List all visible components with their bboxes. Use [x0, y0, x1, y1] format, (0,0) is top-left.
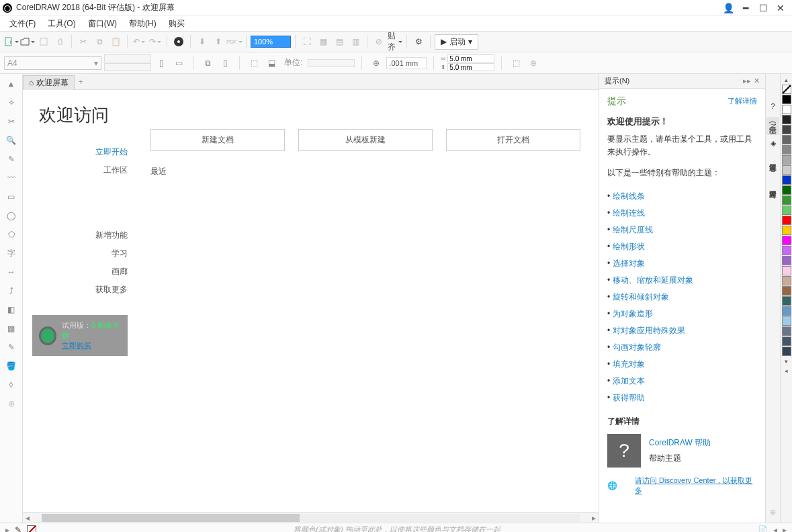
cut-button[interactable]: ✂ — [76, 34, 91, 49]
palette-down-button[interactable]: ▾ — [785, 357, 788, 366]
color-swatch[interactable] — [782, 125, 791, 134]
grid-button[interactable]: ▤ — [332, 34, 347, 49]
hint-topic-link[interactable]: 添加文本 — [607, 373, 757, 390]
color-swatch[interactable] — [782, 185, 791, 195]
shape-tool[interactable]: ✧ — [4, 95, 19, 110]
color-swatch[interactable] — [782, 326, 791, 336]
close-button[interactable]: ✕ — [772, 1, 789, 15]
color-swatch[interactable] — [782, 165, 791, 175]
color-swatch[interactable] — [782, 316, 791, 326]
transparency-tool[interactable]: ▩ — [4, 321, 19, 336]
guides-button[interactable]: ▥ — [348, 34, 363, 49]
open-document-button[interactable]: 打开文档 — [446, 129, 580, 151]
paste-button[interactable]: 📋 — [108, 34, 123, 49]
palette-prev-button[interactable]: ◂ — [773, 525, 777, 533]
zoom-level[interactable]: 100% — [251, 36, 291, 48]
hint-topic-link[interactable]: 绘制线条 — [607, 188, 757, 205]
freehand-tool[interactable]: ✎ — [4, 152, 19, 167]
add-tool-button[interactable]: ⊕ — [4, 396, 19, 411]
buy-now-link[interactable]: 立即购买 — [62, 341, 121, 351]
objprop-tab-icon[interactable]: ◈ — [768, 138, 779, 148]
portrait-button[interactable]: ▯ — [154, 56, 169, 71]
options-button[interactable]: ⚙ — [411, 34, 426, 49]
fill-tool[interactable]: 🪣 — [4, 359, 19, 373]
redo-button[interactable]: ↷ — [148, 34, 163, 49]
nav-get-more[interactable]: 获取更多 — [32, 281, 128, 299]
nav-whats-new[interactable]: 新增功能 — [32, 226, 128, 245]
hint-topic-link[interactable]: 勾画对象轮廓 — [607, 339, 757, 356]
welcome-tab[interactable]: ⌂ 欢迎屏幕 — [23, 75, 75, 90]
hint-topic-link[interactable]: 绘制连线 — [607, 205, 757, 222]
palette-nav-button[interactable]: ▸ — [5, 525, 9, 533]
text-tool[interactable]: 字 — [4, 246, 19, 261]
palette-up-button[interactable]: ▴ — [785, 75, 788, 85]
no-color-icon[interactable] — [27, 525, 36, 533]
copy-button[interactable]: ⧉ — [92, 34, 107, 49]
maximize-button[interactable]: ☐ — [754, 1, 772, 15]
rectangle-tool[interactable]: ▭ — [4, 189, 19, 204]
fullscreen-button[interactable]: ⛶ — [300, 34, 314, 49]
color-swatch[interactable] — [782, 95, 791, 104]
color-swatch[interactable] — [782, 236, 791, 245]
color-swatch[interactable] — [782, 115, 791, 124]
connector-tool[interactable]: ⤴ — [4, 283, 19, 298]
docker-collapse-icon[interactable]: ▸▸ — [743, 77, 751, 85]
menu-file[interactable]: 文件(F) — [4, 17, 41, 31]
color-swatch[interactable] — [782, 216, 791, 225]
page-size-select[interactable]: A4▾ — [4, 56, 101, 70]
eyedropper-icon[interactable]: ✎ — [15, 525, 21, 533]
color-swatch[interactable] — [782, 337, 791, 346]
hint-topic-link[interactable]: 旋转和倾斜对象 — [607, 289, 757, 306]
color-swatch[interactable] — [782, 306, 791, 316]
hint-topic-link[interactable]: 获得帮助 — [607, 390, 757, 406]
hints-tab[interactable]: 提示(N) — [766, 117, 779, 135]
menu-window[interactable]: 窗口(W) — [83, 17, 122, 31]
palette-flyout-button[interactable]: ◂ — [785, 366, 788, 375]
hint-topic-link[interactable]: 绘制形状 — [607, 238, 757, 255]
no-color-swatch[interactable] — [782, 85, 791, 94]
nav-gallery[interactable]: 画廊 — [32, 263, 128, 281]
open-button[interactable] — [20, 34, 35, 49]
minimize-button[interactable]: ━ — [737, 1, 754, 15]
color-swatch[interactable] — [782, 256, 791, 265]
palette-next-button[interactable]: ▸ — [783, 525, 787, 533]
color-swatch[interactable] — [782, 296, 791, 306]
color-swatch[interactable] — [782, 175, 791, 185]
color-swatch[interactable] — [782, 266, 791, 275]
color-swatch[interactable] — [782, 286, 791, 296]
docker-close-icon[interactable]: ✕ — [754, 77, 760, 85]
color-swatch[interactable] — [782, 276, 791, 285]
hint-topic-link[interactable]: 填充对象 — [607, 356, 757, 373]
discovery-center-link[interactable]: 请访问 Discovery Center，以获取更多 — [635, 476, 757, 496]
artistic-media-tool[interactable]: 〰 — [4, 171, 19, 185]
units-select[interactable] — [308, 59, 355, 67]
import-button[interactable]: ⬇ — [195, 34, 210, 49]
pdf-button[interactable]: PDF — [227, 34, 242, 49]
page-dimensions[interactable] — [104, 54, 151, 71]
new-button[interactable]: + — [4, 34, 19, 49]
crop-tool[interactable]: ✂ — [4, 114, 19, 129]
hints-tab-icon[interactable]: ? — [768, 101, 779, 112]
add-preset-button[interactable]: ⊕ — [526, 56, 541, 71]
color-swatch[interactable] — [782, 135, 791, 144]
nav-get-started[interactable]: 立即开始 — [32, 143, 128, 161]
object-manager-tab[interactable]: 对象管理器 — [766, 181, 779, 189]
doc-palette-menu-icon[interactable]: 📄 — [758, 525, 768, 533]
nav-workspace[interactable]: 工作区 — [32, 161, 128, 179]
learn-more-link[interactable]: 了解详情 — [728, 97, 757, 105]
outline-tool[interactable]: ◊ — [4, 378, 19, 392]
parallel-dim-tool[interactable]: ↔ — [4, 265, 19, 279]
hint-topic-link[interactable]: 对对象应用特殊效果 — [607, 322, 757, 339]
menu-buy[interactable]: 购买 — [163, 17, 190, 31]
ellipse-tool[interactable]: ◯ — [4, 208, 19, 223]
color-swatch[interactable] — [782, 226, 791, 235]
current-page-button[interactable]: ▯ — [218, 56, 232, 71]
rulers-button[interactable]: ▦ — [316, 34, 331, 49]
new-tab-button[interactable]: + — [75, 77, 87, 87]
duplicate-distance[interactable]: ⬄ ⬍ — [441, 54, 494, 71]
zoom-tool[interactable]: 🔍 — [4, 133, 19, 148]
nav-learning[interactable]: 学习 — [32, 245, 128, 263]
print-button[interactable]: ⎙ — [52, 34, 67, 49]
color-swatch[interactable] — [782, 246, 791, 255]
user-icon[interactable]: 👤 — [719, 1, 737, 15]
